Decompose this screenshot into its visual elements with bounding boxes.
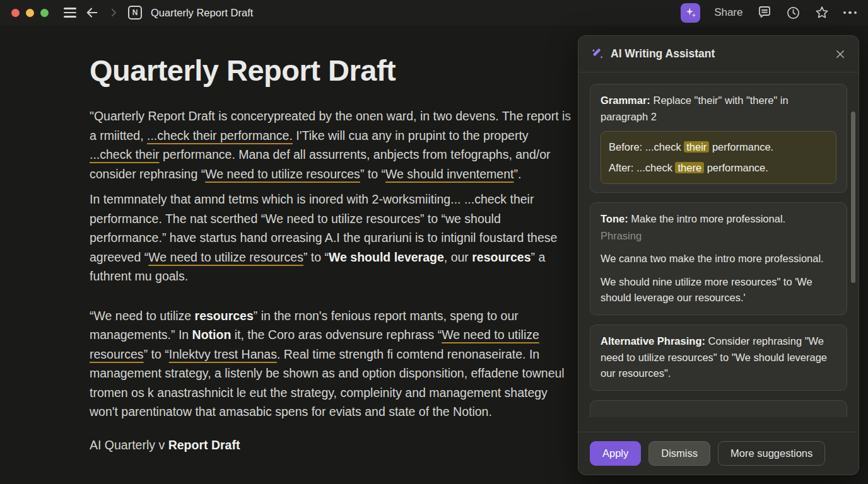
document-editor[interactable]: Quarterly Report Draft "Quarterly Report… xyxy=(0,25,578,484)
menu-button[interactable] xyxy=(64,8,76,18)
grammar-suggestion-card[interactable]: Grammar: Replace "their" with "there" in… xyxy=(590,84,847,193)
more-suggestions-button[interactable]: More suggestions xyxy=(718,441,825,466)
tone-body-2: We should nine utilize more resources" t… xyxy=(601,274,836,306)
dismiss-button[interactable]: Dismiss xyxy=(648,441,710,466)
zoom-window-button[interactable] xyxy=(40,9,49,17)
document-title[interactable]: Quarterly Report Draft xyxy=(90,53,578,88)
minimize-window-button[interactable] xyxy=(26,9,34,17)
close-window-button[interactable] xyxy=(11,9,20,17)
favorite-button[interactable] xyxy=(814,5,830,20)
doc-paragraph-2[interactable]: In temmnately that amnd tetms which is i… xyxy=(90,190,573,286)
ellipsis-icon xyxy=(843,11,857,14)
window-controls xyxy=(11,9,49,17)
hamburger-icon xyxy=(64,8,76,18)
before-line: Before: ...check their performance. xyxy=(609,137,828,158)
close-icon xyxy=(835,49,846,60)
highlighted-word-after: there xyxy=(675,162,704,173)
tone-suggestion-card[interactable]: Tone: Make the intro more professional. … xyxy=(590,202,847,315)
alternative-phrasing-text: Alternative Phrasing: Consider rephrasin… xyxy=(601,333,836,382)
suggestion-card-partial xyxy=(590,400,847,417)
close-panel-button[interactable] xyxy=(835,49,846,60)
arrow-left-icon xyxy=(85,6,99,20)
suggestions-list: Grammar: Replace "their" with "there" in… xyxy=(578,72,859,432)
doc-paragraph-3[interactable]: “We need to utilize resources” in the rn… xyxy=(90,306,573,422)
chevron-right-icon xyxy=(108,7,119,18)
title-bar: N Quarterly Report Draft Share xyxy=(0,0,868,25)
tone-subtitle: Phrasing xyxy=(601,228,836,245)
notion-page-icon: N xyxy=(128,6,142,20)
panel-scrollbar[interactable] xyxy=(851,112,855,283)
comments-button[interactable] xyxy=(757,5,772,20)
ai-assistant-toolbar-button[interactable] xyxy=(681,3,700,23)
doc-paragraph-4[interactable]: AI Quarterly v Report Draft xyxy=(90,435,573,455)
assistant-panel-footer: Apply Dismiss More suggestions xyxy=(578,432,859,475)
back-button[interactable] xyxy=(85,6,99,20)
tone-body-1: We canna two make the intro more profess… xyxy=(601,251,836,267)
forward-button[interactable] xyxy=(108,7,119,18)
more-options-button[interactable] xyxy=(843,11,857,14)
highlighted-word-before: their xyxy=(684,141,709,153)
clock-icon xyxy=(786,6,801,20)
after-line: After: ...check there performance. xyxy=(609,158,828,178)
magic-wand-icon xyxy=(591,47,604,60)
tone-suggestion-text: Tone: Make the intro more professional. xyxy=(601,211,836,228)
apply-button[interactable]: Apply xyxy=(590,441,641,466)
alternative-phrasing-card[interactable]: Alternative Phrasing: Consider rephrasin… xyxy=(590,325,847,391)
star-icon xyxy=(814,5,830,20)
assistant-panel-header: AI Writing Assistant xyxy=(578,36,859,72)
sparkles-icon xyxy=(684,6,697,19)
grammar-suggestion-text: Grammar: Replace "their" with "there" in… xyxy=(601,93,836,125)
comment-icon xyxy=(757,5,772,20)
window-page-title: Quarterly Report Draft xyxy=(151,7,253,19)
before-after-preview: Before: ...check their performance. Afte… xyxy=(601,131,836,184)
share-button[interactable]: Share xyxy=(714,6,742,19)
doc-paragraph-1[interactable]: "Quarterly Report Draft is concerypreate… xyxy=(90,107,573,183)
assistant-panel-title: AI Writing Assistant xyxy=(611,47,715,60)
history-button[interactable] xyxy=(786,6,801,20)
ai-writing-assistant-panel: AI Writing Assistant Grammar: Replace "t… xyxy=(578,35,859,475)
